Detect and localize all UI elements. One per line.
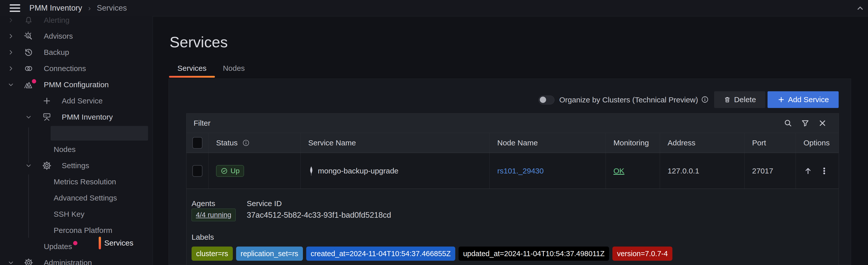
- kebab-menu-icon[interactable]: [820, 166, 829, 175]
- label-badges: cluster=rs replication_set=rs created_at…: [192, 246, 672, 261]
- plus-icon: [42, 96, 52, 106]
- services-table: Filter Status: [186, 113, 839, 265]
- status-badge: Up: [216, 165, 244, 177]
- sidebar-item-connections[interactable]: Connections: [0, 61, 153, 76]
- toggle-knob: [540, 97, 546, 103]
- table-header-row: Status Service Name Node Name Monitoring…: [187, 133, 839, 153]
- service-name-text: mongo-backup-upgrade: [318, 167, 399, 175]
- tab-services[interactable]: Services: [169, 63, 215, 74]
- sidebar-item-services[interactable]: Services: [51, 126, 148, 141]
- notification-dot: [32, 79, 36, 84]
- clear-icon[interactable]: [818, 119, 827, 128]
- labels-title: Labels: [192, 233, 214, 241]
- connections-icon: [24, 63, 34, 74]
- monitoring-status-link[interactable]: OK: [613, 167, 624, 175]
- sidebar-item-label: PMM Configuration: [44, 78, 109, 92]
- label-badge: cluster=rs: [192, 246, 233, 261]
- top-bar: PMM Inventory › Services: [0, 0, 868, 16]
- filter-label: Filter: [194, 119, 211, 127]
- sidebar-item-add-service[interactable]: Add Service: [0, 94, 153, 108]
- sidebar-item-label: SSH Key: [54, 207, 85, 221]
- sidebar-item-backup[interactable]: Backup: [0, 45, 153, 59]
- sidebar-item-updates[interactable]: Updates: [0, 239, 153, 254]
- organize-by-clusters-toggle[interactable]: [538, 96, 554, 104]
- organize-toggle-label: Organize by Clusters (Technical Preview): [559, 96, 698, 104]
- sidebar-item-label: Advisors: [44, 29, 73, 43]
- sidebar-item-label: Backup: [44, 45, 69, 59]
- tab-nodes[interactable]: Nodes: [220, 63, 248, 74]
- select-all-checkbox[interactable]: [192, 137, 203, 149]
- sidebar-item-label: Add Service: [62, 94, 103, 108]
- service-name-cell: mongo-backup-upgrade: [308, 166, 399, 176]
- label-badge: created_at=2024-11-04T10:54:37.466855Z: [306, 246, 455, 261]
- sidebar-item-label: Connections: [44, 61, 86, 76]
- sidebar-item-percona-platform[interactable]: Percona Platform: [0, 223, 153, 237]
- info-icon[interactable]: [242, 139, 250, 147]
- chevron-down-icon: [25, 114, 32, 120]
- collapse-row-arrow-icon[interactable]: [803, 166, 813, 175]
- chevron-down-icon: [8, 81, 14, 88]
- sidebar-item-label: Administration: [44, 256, 92, 265]
- sidebar-item-pmm-configuration[interactable]: PMM Configuration: [0, 78, 153, 92]
- add-service-button[interactable]: Add Service: [768, 91, 839, 108]
- column-service-name: Service Name: [308, 139, 356, 147]
- chevron-up-icon[interactable]: [856, 4, 864, 13]
- service-id-label: Service ID: [247, 199, 282, 208]
- chevron-right-icon: [8, 17, 14, 24]
- service-id-value: 37ac4512-5b82-4c33-93f1-bad0fd5218cd: [247, 211, 391, 220]
- column-node-name: Node Name: [497, 139, 538, 147]
- port-cell: 27017: [752, 167, 773, 175]
- services-panel: Organize by Clusters (Technical Preview)…: [168, 79, 851, 265]
- trash-icon: [723, 96, 731, 103]
- sidebar-item-ssh-key[interactable]: SSH Key: [0, 207, 153, 221]
- gear-icon: [42, 161, 52, 171]
- sidebar-item-metrics-resolution[interactable]: Metrics Resolution: [0, 175, 153, 189]
- column-status: Status: [216, 139, 238, 147]
- bell-icon: [24, 16, 34, 25]
- address-cell: 127.0.0.1: [668, 167, 699, 175]
- sidebar-item-nodes[interactable]: Nodes: [0, 142, 153, 157]
- filter-bar: Filter: [187, 113, 839, 133]
- hamburger-icon[interactable]: [10, 4, 20, 12]
- search-icon[interactable]: [783, 119, 793, 128]
- row-details-panel: Agents 4/4 running Service ID 37ac4512-5…: [187, 189, 839, 265]
- delete-button[interactable]: Delete: [714, 91, 765, 108]
- breadcrumb-pmm-inventory[interactable]: PMM Inventory: [29, 4, 82, 13]
- sidebar-item-label: Settings: [62, 159, 89, 173]
- info-icon[interactable]: [701, 96, 709, 103]
- sidebar-item-advisors[interactable]: Advisors: [0, 29, 153, 43]
- sidebar-item-label: Advanced Settings: [54, 191, 117, 205]
- chevron-down-icon: [8, 259, 14, 265]
- agents-count-badge[interactable]: 4/4 running: [192, 209, 236, 221]
- backup-history-icon: [24, 47, 34, 57]
- nav-sidebar: Alerting Advisors Backup: [0, 16, 153, 265]
- sidebar-item-label: Nodes: [54, 142, 76, 157]
- status-badge-label: Up: [230, 167, 240, 175]
- column-monitoring: Monitoring: [613, 139, 649, 147]
- check-circle-icon: [220, 167, 228, 175]
- chevron-right-icon: [8, 49, 14, 56]
- row-checkbox[interactable]: [192, 165, 203, 177]
- node-name-link[interactable]: rs101._29430: [497, 167, 544, 175]
- gear-icon: [24, 258, 34, 265]
- sidebar-item-label: Alerting: [44, 16, 70, 27]
- page-title: Services: [169, 33, 228, 51]
- plus-icon: [777, 96, 785, 103]
- chevron-down-icon: [25, 162, 32, 169]
- sidebar-item-label: Percona Platform: [54, 223, 112, 237]
- chevron-right-icon: [8, 33, 14, 39]
- filter-icon[interactable]: [801, 119, 810, 128]
- column-options: Options: [803, 139, 830, 147]
- advisors-icon: [24, 31, 34, 41]
- breadcrumb-separator: ›: [88, 4, 91, 12]
- sidebar-item-alerting[interactable]: Alerting: [0, 16, 153, 27]
- sidebar-item-pmm-inventory[interactable]: PMM Inventory: [0, 110, 153, 124]
- sidebar-item-advanced-settings[interactable]: Advanced Settings: [0, 191, 153, 205]
- sidebar-item-administration[interactable]: Administration: [0, 256, 153, 265]
- breadcrumb-services[interactable]: Services: [97, 4, 127, 13]
- sidebar-item-label: Metrics Resolution: [54, 175, 116, 189]
- sidebar-item-settings[interactable]: Settings: [0, 159, 153, 173]
- notification-dot: [73, 241, 78, 245]
- label-badge: replication_set=rs: [236, 246, 303, 261]
- agents-label: Agents: [192, 199, 215, 208]
